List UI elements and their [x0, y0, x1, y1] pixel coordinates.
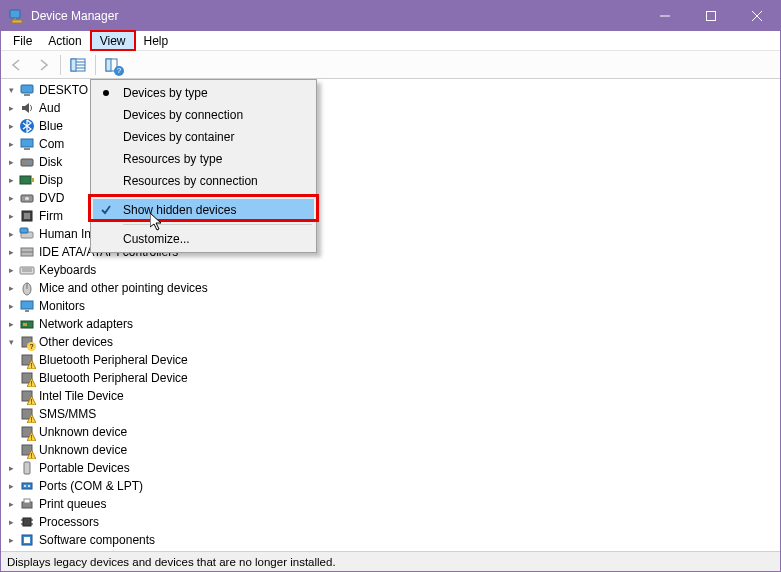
close-button[interactable]: [734, 1, 780, 31]
tree-item-monitors[interactable]: ▸ Monitors: [5, 297, 780, 315]
menu-devices-by-type[interactable]: Devices by type: [93, 82, 314, 104]
svg-rect-13: [106, 59, 111, 71]
status-bar: Displays legacy devices and devices that…: [1, 551, 780, 571]
expand-icon[interactable]: ▸: [5, 174, 17, 186]
tree-item-sms-mms[interactable]: ! SMS/MMS: [5, 405, 780, 423]
svg-rect-60: [24, 499, 30, 503]
menu-devices-by-container[interactable]: Devices by container: [93, 126, 314, 148]
expand-icon[interactable]: ▸: [5, 210, 17, 222]
expand-icon[interactable]: ▸: [5, 300, 17, 312]
properties-button[interactable]: [66, 53, 90, 77]
expand-icon[interactable]: ▸: [5, 264, 17, 276]
expand-icon[interactable]: ▸: [5, 480, 17, 492]
svg-text:!: !: [31, 434, 33, 441]
svg-rect-28: [20, 228, 28, 233]
tree-item-keyboards[interactable]: ▸ Keyboards: [5, 261, 780, 279]
tree-label: Processors: [39, 515, 99, 529]
collapse-icon[interactable]: ▾: [5, 336, 17, 348]
menu-separator: [123, 195, 312, 196]
tree-item-other-devices[interactable]: ▾ ? Other devices: [5, 333, 780, 351]
back-button[interactable]: [5, 53, 29, 77]
warning-overlay-icon: !: [27, 378, 36, 387]
menu-file[interactable]: File: [5, 31, 40, 50]
expand-icon[interactable]: ▸: [5, 534, 17, 546]
status-text: Displays legacy devices and devices that…: [7, 556, 336, 568]
svg-rect-8: [71, 59, 76, 71]
tree-item-ports[interactable]: ▸ Ports (COM & LPT): [5, 477, 780, 495]
tree-item-bt-peripheral[interactable]: ! Bluetooth Peripheral Device: [5, 351, 780, 369]
warning-overlay-icon: !: [27, 450, 36, 459]
svg-rect-39: [23, 323, 27, 326]
menu-resources-by-type[interactable]: Resources by type: [93, 148, 314, 170]
tree-label: Aud: [39, 101, 60, 115]
tree-item-mice[interactable]: ▸ Mice and other pointing devices: [5, 279, 780, 297]
tree-item-unknown-device[interactable]: ! Unknown device: [5, 423, 780, 441]
collapse-icon[interactable]: ▾: [5, 84, 17, 96]
unknown-device-icon: !: [19, 424, 35, 440]
tree-label: Keyboards: [39, 263, 96, 277]
menu-resources-by-connection[interactable]: Resources by connection: [93, 170, 314, 192]
expand-icon[interactable]: ▸: [5, 192, 17, 204]
tree-item-placeholder[interactable]: [5, 549, 780, 551]
tree-item-software-components[interactable]: ▸ Software components: [5, 531, 780, 549]
minimize-button[interactable]: [642, 1, 688, 31]
svg-rect-2: [14, 18, 16, 20]
expand-icon[interactable]: ▸: [5, 516, 17, 528]
menu-devices-by-connection[interactable]: Devices by connection: [93, 104, 314, 126]
question-overlay-icon: ?: [27, 342, 36, 351]
maximize-button[interactable]: [688, 1, 734, 31]
tree-label: Portable Devices: [39, 461, 130, 475]
app-icon: [9, 8, 25, 24]
tree-label: Other devices: [39, 335, 113, 349]
monitor-icon: [19, 298, 35, 314]
tree-item-print-queues[interactable]: ▸ Print queues: [5, 495, 780, 513]
svg-rect-55: [24, 462, 30, 474]
menu-view[interactable]: View: [90, 30, 136, 51]
disk-icon: [19, 154, 35, 170]
tree-item-unknown-device[interactable]: ! Unknown device: [5, 441, 780, 459]
menu-show-hidden-devices[interactable]: Show hidden devices: [93, 199, 314, 221]
menu-item-label: Devices by connection: [123, 108, 243, 122]
forward-button[interactable]: [31, 53, 55, 77]
svg-point-58: [28, 485, 30, 487]
svg-point-24: [25, 196, 30, 201]
display-adapter-icon: [19, 172, 35, 188]
expand-icon[interactable]: ▸: [5, 318, 17, 330]
tree-item-processors[interactable]: ▸ Processors: [5, 513, 780, 531]
expand-icon[interactable]: ▸: [5, 498, 17, 510]
mouse-icon: [19, 280, 35, 296]
svg-text:!: !: [31, 416, 33, 423]
help-button[interactable]: ?: [101, 53, 125, 77]
menu-help[interactable]: Help: [136, 31, 177, 50]
tree-label: SMS/MMS: [39, 407, 96, 421]
tree-label: DESKTO: [39, 83, 88, 97]
tree-label: Monitors: [39, 299, 85, 313]
menu-item-label: Devices by container: [123, 130, 234, 144]
expand-icon[interactable]: ▸: [5, 156, 17, 168]
svg-rect-36: [21, 301, 33, 309]
menu-item-label: Customize...: [123, 232, 190, 246]
svg-point-20: [30, 161, 32, 163]
expand-icon[interactable]: ▸: [5, 462, 17, 474]
menu-action[interactable]: Action: [40, 31, 89, 50]
expand-icon[interactable]: ▸: [5, 102, 17, 114]
menu-customize[interactable]: Customize...: [93, 228, 314, 250]
view-dropdown: Devices by type Devices by connection De…: [90, 79, 317, 253]
warning-overlay-icon: !: [27, 360, 36, 369]
svg-rect-18: [24, 148, 30, 150]
svg-rect-15: [24, 94, 30, 96]
expand-icon[interactable]: ▸: [5, 228, 17, 240]
ports-icon: [19, 478, 35, 494]
bluetooth-icon: [19, 118, 35, 134]
tree-label: Com: [39, 137, 64, 151]
tree-item-network[interactable]: ▸ Network adapters: [5, 315, 780, 333]
tree-item-intel-tile[interactable]: ! Intel Tile Device: [5, 387, 780, 405]
expand-icon[interactable]: ▸: [5, 120, 17, 132]
expand-icon[interactable]: ▸: [5, 282, 17, 294]
menu-separator: [123, 224, 312, 225]
tree-item-bt-peripheral[interactable]: ! Bluetooth Peripheral Device: [5, 369, 780, 387]
keyboard-icon: [19, 262, 35, 278]
tree-item-portable[interactable]: ▸ Portable Devices: [5, 459, 780, 477]
expand-icon[interactable]: ▸: [5, 246, 17, 258]
expand-icon[interactable]: ▸: [5, 138, 17, 150]
